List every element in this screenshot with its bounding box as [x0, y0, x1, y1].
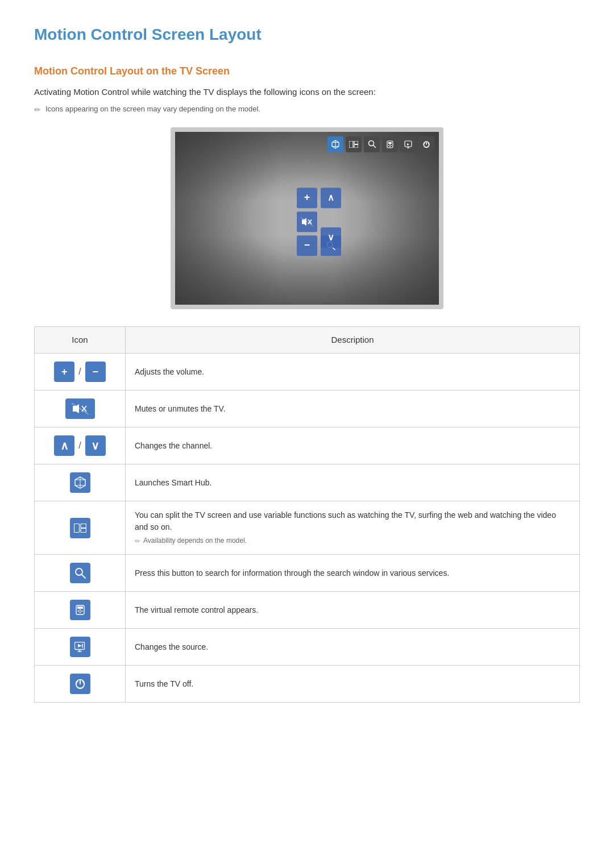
- tv-power-icon: [418, 136, 434, 152]
- svg-rect-6: [354, 144, 358, 148]
- tv-smarthub-icon: [327, 136, 343, 152]
- svg-marker-48: [78, 644, 82, 647]
- desc-cell-search: Press this button to search for informat…: [126, 555, 580, 592]
- table-row: The virtual remote control appears.: [35, 592, 580, 629]
- smarthub-icon: [70, 472, 90, 493]
- split-icon: [70, 518, 90, 538]
- tv-split-icon: [346, 136, 362, 152]
- ctrl-empty-1: [273, 188, 293, 208]
- vol-icon-group: + / −: [54, 362, 105, 382]
- ctrl-mute: [297, 211, 317, 232]
- pencil-icon-note: ✏: [135, 536, 140, 546]
- table-row: Launches Smart Hub.: [35, 464, 580, 501]
- ch-down-icon: ∨: [85, 435, 106, 456]
- page-title: Motion Control Screen Layout: [34, 23, 580, 47]
- svg-marker-18: [302, 218, 306, 226]
- tv-remote-icon: [382, 136, 398, 152]
- table-row: ∧ / ∨ Changes the channel.: [35, 427, 580, 464]
- desc-cell-power: Turns the TV off.: [126, 666, 580, 703]
- table-row: Mutes or unmutes the TV.: [35, 391, 580, 427]
- ctrl-vol-up: +: [297, 188, 317, 208]
- ctrl-vol-down: −: [297, 235, 317, 256]
- tv-search-icon: [364, 136, 380, 152]
- svg-point-37: [76, 568, 82, 575]
- svg-rect-40: [77, 607, 83, 609]
- note-text: Icons appearing on the screen may vary d…: [45, 103, 260, 115]
- note-row: ✏ Icons appearing on the screen may vary…: [34, 103, 580, 116]
- vol-down-icon: −: [85, 362, 106, 382]
- desc-cell-split: You can split the TV screen and use vari…: [126, 501, 580, 555]
- ch-up-icon: ∧: [54, 435, 74, 456]
- svg-point-41: [77, 610, 78, 612]
- svg-point-12: [391, 145, 392, 146]
- svg-line-8: [373, 146, 375, 148]
- pencil-icon: ✏: [34, 104, 41, 116]
- svg-point-14: [389, 146, 391, 147]
- ctrl-ch-up: ∧: [321, 188, 341, 208]
- svg-point-44: [79, 612, 80, 613]
- desc-cell-smarthub: Launches Smart Hub.: [126, 464, 580, 501]
- icon-cell-source: [35, 629, 126, 666]
- desc-note-split: ✏ Availability depends on the model.: [135, 535, 570, 546]
- source-icon: [70, 637, 90, 657]
- intro-text: Activating Motion Control while watching…: [34, 86, 580, 99]
- svg-point-43: [79, 609, 80, 610]
- svg-point-42: [81, 610, 82, 612]
- tv-illustration: + ∧ −: [34, 127, 580, 309]
- table-row: You can split the TV screen and use vari…: [35, 501, 580, 555]
- table-row: Press this button to search for informat…: [35, 555, 580, 592]
- separator: /: [78, 365, 81, 379]
- section-title: Motion Control Layout on the TV Screen: [34, 64, 580, 79]
- tv-icons-bar: [327, 136, 434, 152]
- vol-up-icon: +: [54, 362, 74, 382]
- ctrl-empty-2: [273, 211, 293, 232]
- desc-cell-mute: Mutes or unmutes the TV.: [126, 391, 580, 427]
- icon-cell-smarthub: [35, 464, 126, 501]
- svg-line-32: [75, 477, 80, 480]
- icon-cell-power: [35, 666, 126, 703]
- svg-rect-5: [354, 141, 358, 144]
- icon-cell-ch: ∧ / ∨: [35, 427, 126, 464]
- separator: /: [78, 439, 81, 452]
- ctrl-empty-4: [273, 235, 293, 256]
- svg-rect-34: [74, 524, 79, 532]
- icon-cell-split: [35, 501, 126, 555]
- svg-point-13: [389, 144, 391, 145]
- svg-rect-10: [388, 142, 392, 144]
- icon-cell-remote: [35, 592, 126, 629]
- table-header-desc: Description: [126, 326, 580, 354]
- ctrl-ch-down: ∨: [321, 227, 341, 248]
- tv-source-icon: [400, 136, 416, 152]
- power-icon: [70, 674, 90, 694]
- desc-cell-remote: The virtual remote control appears.: [126, 592, 580, 629]
- svg-rect-36: [81, 528, 86, 532]
- svg-rect-35: [81, 524, 86, 528]
- table-header-icon: Icon: [35, 326, 126, 354]
- tv-screen: + ∧ −: [171, 127, 443, 309]
- table-row: Changes the source.: [35, 629, 580, 666]
- icon-cell-mute: [35, 391, 126, 427]
- remote-icon: [70, 600, 90, 620]
- svg-line-38: [82, 575, 85, 578]
- icon-description-table: Icon Description + / − Adjusts the volum…: [34, 326, 580, 703]
- svg-point-11: [388, 145, 389, 146]
- svg-line-33: [80, 477, 85, 480]
- desc-cell-source: Changes the source.: [126, 629, 580, 666]
- search-icon: [70, 563, 90, 583]
- desc-cell-vol: Adjusts the volume.: [126, 354, 580, 391]
- desc-cell-ch: Changes the channel.: [126, 427, 580, 464]
- table-row: + / − Adjusts the volume.: [35, 354, 580, 391]
- icon-cell-search: [35, 555, 126, 592]
- table-row: Turns the TV off.: [35, 666, 580, 703]
- ch-icon-group: ∧ / ∨: [54, 435, 105, 456]
- icon-cell-vol: + / −: [35, 354, 126, 391]
- mute-icon: [65, 398, 95, 419]
- svg-rect-4: [349, 141, 353, 148]
